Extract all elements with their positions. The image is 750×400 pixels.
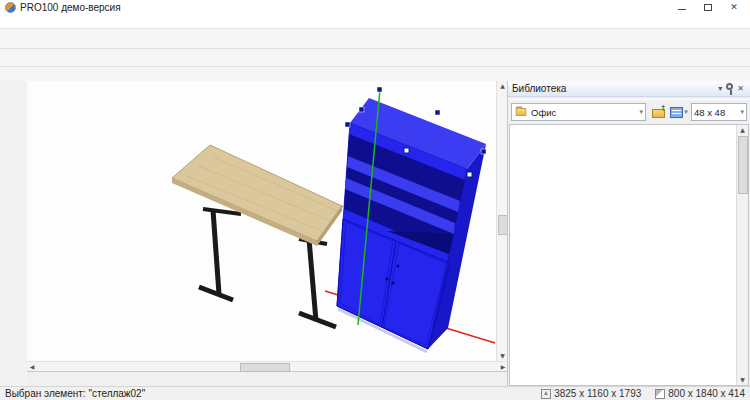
close-button[interactable]: ✕ — [729, 2, 739, 12]
library-path-value: Офис — [531, 107, 636, 118]
library-scrollbar[interactable]: ▲ ▼ — [736, 125, 748, 385]
menu-bar — [0, 14, 750, 29]
folder-icon — [516, 108, 527, 116]
room-size-icon — [541, 389, 551, 399]
viewport-3d-canvas[interactable]: ▲ ▼ — [27, 81, 508, 361]
thumb-size-value: 48 x 48 — [694, 107, 737, 118]
app-icon — [5, 2, 16, 13]
library-path-combobox[interactable]: Офис ▾ — [511, 103, 646, 121]
library-panel: Библиотека ▾ ✕ Офис ▾ ▾ 48 x 48 ▾ ▲ ▼ — [507, 81, 750, 387]
pin-icon — [726, 83, 733, 90]
library-scroll-thumb[interactable] — [738, 136, 748, 194]
thumb-size-combobox[interactable]: 48 x 48 ▾ — [691, 103, 747, 121]
chevron-down-icon[interactable]: ▾ — [639, 108, 643, 116]
element-dimensions-value: 800 x 1840 x 414 — [668, 388, 745, 399]
element-size-icon — [655, 389, 665, 399]
status-selected-element: Выбран элемент: "стеллаж02" — [5, 388, 527, 399]
horizontal-scroll-thumb[interactable] — [240, 363, 290, 372]
title-bar: PRO100 демо-версия ✕ — [0, 0, 750, 14]
library-items-area: ▲ ▼ — [509, 124, 749, 386]
folder-up-button[interactable] — [649, 104, 667, 120]
scroll-left-icon[interactable]: ◀ — [27, 362, 37, 371]
scene-3d[interactable] — [27, 81, 497, 361]
window-title: PRO100 демо-версия — [20, 2, 121, 13]
window-controls: ✕ — [677, 2, 745, 12]
desk-object[interactable] — [172, 145, 343, 327]
toolbar-standard — [0, 29, 750, 49]
view-mode-icon — [670, 107, 683, 118]
scroll-down-icon[interactable]: ▼ — [500, 351, 505, 361]
tool-palette — [0, 81, 28, 387]
scroll-down-icon[interactable]: ▼ — [737, 375, 748, 385]
scene-dimensions: 3825 x 1160 x 1793 — [541, 388, 641, 399]
viewport-area: ▲ ▼ ◀ ▶ — [27, 81, 508, 387]
minimize-button[interactable] — [677, 2, 687, 12]
library-header: Библиотека ▾ ✕ — [508, 81, 750, 97]
view-tab-strip — [27, 371, 508, 387]
toolbar-view — [0, 49, 750, 67]
viewport-horizontal-scrollbar[interactable]: ◀ ▶ — [27, 361, 508, 371]
library-close-button[interactable]: ✕ — [735, 84, 746, 93]
library-menu-button[interactable]: ▾ — [716, 84, 724, 93]
library-pin-button[interactable] — [724, 87, 735, 90]
scroll-up-icon[interactable]: ▲ — [737, 125, 748, 135]
maximize-button[interactable] — [703, 2, 713, 12]
chevron-down-icon[interactable]: ▾ — [740, 108, 744, 116]
library-controls: Офис ▾ ▾ 48 x 48 ▾ — [508, 99, 750, 124]
view-mode-button[interactable]: ▾ — [670, 104, 688, 120]
scroll-up-icon[interactable]: ▲ — [500, 81, 505, 91]
scene-dimensions-value: 3825 x 1160 x 1793 — [554, 388, 641, 399]
element-dimensions: 800 x 1840 x 414 — [655, 388, 745, 399]
status-bar: Выбран элемент: "стеллаж02" 3825 x 1160 … — [0, 386, 750, 400]
folder-up-icon — [652, 109, 665, 118]
library-title: Библиотека — [512, 83, 716, 94]
chevron-down-icon: ▾ — [684, 108, 688, 116]
